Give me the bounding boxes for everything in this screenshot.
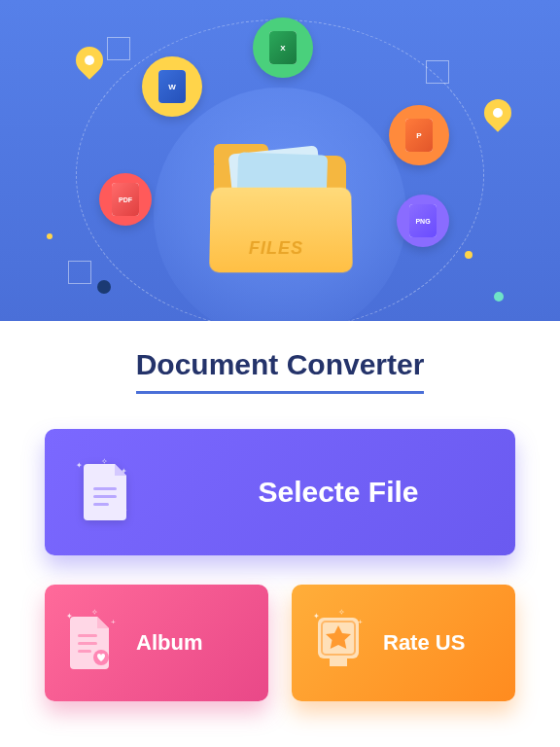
- select-file-label: Selecte File: [189, 476, 488, 509]
- map-pin-icon: [70, 41, 109, 80]
- svg-rect-5: [78, 650, 91, 653]
- rate-us-label: Rate US: [379, 630, 498, 656]
- folder-icon: FILES: [214, 156, 346, 261]
- album-button[interactable]: ✦✧+ Album: [45, 585, 268, 701]
- page-title-wrap: Document Converter: [0, 348, 560, 394]
- pdf-icon: PDF: [99, 173, 152, 226]
- svg-rect-3: [78, 634, 97, 637]
- decor-box: [107, 37, 130, 60]
- decor-box: [68, 261, 91, 284]
- star-icon: ✦✧+: [309, 608, 368, 678]
- album-icon: ✦✧+: [62, 608, 121, 678]
- select-file-button[interactable]: ✦✧✦+ Selecte File: [45, 429, 515, 555]
- word-icon: W: [142, 56, 202, 117]
- decor-dot: [465, 251, 472, 259]
- svg-rect-1: [93, 495, 117, 498]
- svg-rect-2: [93, 503, 109, 506]
- decor-box: [426, 60, 449, 84]
- rate-us-button[interactable]: ✦✧+ Rate US: [292, 585, 515, 701]
- folder-label: FILES: [249, 238, 303, 259]
- decor-dot: [97, 280, 111, 294]
- file-icon: ✦✧✦+: [72, 457, 142, 527]
- decor-dot: [494, 292, 504, 302]
- svg-rect-9: [330, 658, 347, 666]
- svg-rect-4: [78, 642, 97, 645]
- map-pin-icon: [478, 93, 517, 132]
- hero-illustration: FILES X W P PDF PNG: [0, 0, 560, 321]
- powerpoint-icon: P: [389, 105, 449, 165]
- decor-dot: [47, 233, 52, 239]
- svg-rect-0: [93, 487, 117, 490]
- album-label: Album: [132, 630, 251, 656]
- excel-icon: X: [253, 18, 313, 78]
- page-title: Document Converter: [136, 348, 425, 394]
- png-icon: PNG: [397, 195, 449, 247]
